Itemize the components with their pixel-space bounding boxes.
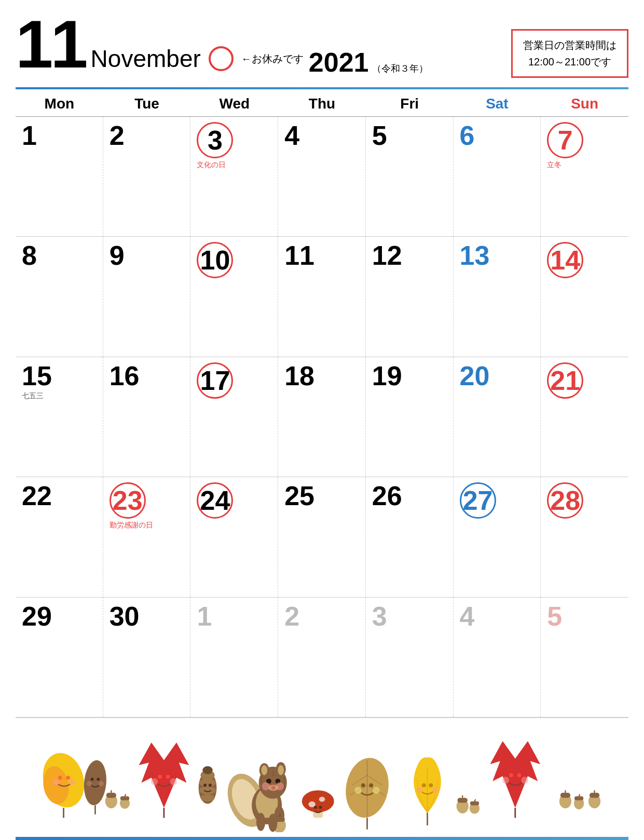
svg-point-88 bbox=[517, 773, 522, 777]
date-9: 9 bbox=[109, 242, 125, 269]
cell-dec-5: 5 bbox=[541, 598, 628, 717]
cell-11: 11 bbox=[278, 237, 366, 356]
cell-dec-1: 1 bbox=[190, 598, 278, 717]
info-line2: 12:00～21:00です bbox=[523, 53, 616, 70]
calendar-page: 11 November ←お休みです 2021 （令和３年） 営業日の営業時間は… bbox=[0, 0, 644, 840]
svg-point-72 bbox=[354, 787, 362, 794]
cell-28: 28 bbox=[541, 477, 628, 597]
cell-24: 24 bbox=[190, 477, 278, 597]
cell-21: 21 bbox=[541, 357, 628, 477]
svg-point-27 bbox=[199, 778, 216, 786]
svg-point-62 bbox=[319, 806, 322, 809]
date-15: 15 bbox=[22, 362, 52, 389]
date-8: 8 bbox=[22, 242, 37, 269]
svg-point-22 bbox=[166, 775, 170, 779]
svg-point-32 bbox=[209, 783, 212, 787]
svg-line-84 bbox=[474, 799, 475, 801]
svg-point-10 bbox=[97, 778, 100, 781]
cell-25: 25 bbox=[278, 477, 366, 597]
header-wed: Wed bbox=[190, 89, 278, 116]
month-name: November bbox=[91, 45, 201, 73]
svg-point-53 bbox=[256, 812, 265, 831]
cell-3: 3 文化の日 bbox=[190, 117, 278, 236]
svg-point-31 bbox=[203, 783, 207, 787]
date-22: 22 bbox=[22, 482, 52, 509]
cell-10: 10 bbox=[190, 237, 278, 356]
cell-15: 15 七五三 bbox=[16, 357, 103, 477]
info-line1: 営業日の営業時間は bbox=[523, 37, 616, 53]
bottom-separator bbox=[16, 837, 628, 840]
svg-rect-95 bbox=[574, 796, 583, 800]
calendar-body: 1 2 3 文化の日 4 5 6 7 bbox=[16, 117, 628, 717]
date-24: 24 bbox=[197, 482, 233, 519]
date-30: 30 bbox=[109, 603, 140, 630]
svg-point-23 bbox=[151, 778, 158, 785]
cell-4: 4 bbox=[278, 117, 366, 236]
cell-19: 19 bbox=[366, 357, 454, 477]
header-sun: Sun bbox=[541, 89, 628, 116]
svg-point-89 bbox=[502, 777, 510, 784]
svg-rect-83 bbox=[470, 801, 479, 805]
holiday-ritto: 立冬 bbox=[547, 160, 622, 170]
svg-point-70 bbox=[361, 783, 365, 787]
cell-13: 13 bbox=[454, 237, 541, 356]
svg-rect-14 bbox=[106, 793, 116, 798]
svg-rect-98 bbox=[590, 793, 599, 798]
svg-point-3 bbox=[58, 776, 62, 780]
svg-marker-85 bbox=[490, 741, 540, 808]
date-6: 6 bbox=[460, 122, 475, 149]
svg-point-87 bbox=[509, 773, 513, 777]
cell-18: 18 bbox=[278, 357, 366, 477]
date-dec-1: 1 bbox=[197, 603, 212, 630]
header-right: 営業日の営業時間は 12:00～21:00です bbox=[511, 24, 628, 78]
svg-point-5 bbox=[53, 779, 59, 785]
svg-point-56 bbox=[276, 782, 284, 790]
decoration-row bbox=[16, 717, 628, 837]
date-14: 14 bbox=[547, 242, 583, 278]
cell-29: 29 bbox=[16, 598, 103, 717]
shichigosan-label: 七五三 bbox=[22, 391, 97, 401]
header-tue: Tue bbox=[103, 89, 191, 116]
date-dec-5: 5 bbox=[547, 603, 562, 630]
week-1: 1 2 3 文化の日 4 5 6 7 bbox=[16, 117, 628, 237]
year-row: 2021 （令和３年） bbox=[309, 47, 428, 78]
header-sat: Sat bbox=[454, 89, 541, 116]
cell-dec-3: 3 bbox=[366, 598, 454, 717]
svg-point-55 bbox=[262, 782, 269, 790]
date-10: 10 bbox=[197, 242, 233, 278]
svg-point-30 bbox=[202, 766, 212, 774]
svg-point-58 bbox=[302, 790, 334, 812]
cell-17: 17 bbox=[190, 357, 278, 477]
cell-1: 1 bbox=[16, 117, 103, 236]
date-19: 19 bbox=[372, 362, 402, 389]
date-1: 1 bbox=[22, 122, 37, 149]
svg-point-12 bbox=[99, 781, 104, 786]
date-11: 11 bbox=[284, 242, 314, 269]
date-20: 20 bbox=[460, 362, 490, 389]
header-thu: Thu bbox=[278, 89, 366, 116]
info-box: 営業日の営業時間は 12:00～21:00です bbox=[511, 29, 628, 78]
date-dec-4: 4 bbox=[460, 603, 475, 630]
svg-rect-80 bbox=[458, 797, 468, 803]
week-4: 22 23 勤労感謝の日 24 25 26 27 bbox=[16, 477, 628, 597]
cell-20: 20 bbox=[454, 357, 541, 477]
svg-point-77 bbox=[416, 787, 422, 793]
svg-point-60 bbox=[319, 796, 325, 802]
cell-8: 8 bbox=[16, 237, 103, 356]
svg-point-41 bbox=[278, 765, 284, 775]
date-25: 25 bbox=[284, 482, 314, 509]
svg-line-18 bbox=[125, 794, 126, 796]
svg-point-29 bbox=[200, 794, 214, 801]
svg-point-90 bbox=[521, 777, 528, 784]
svg-marker-19 bbox=[139, 742, 189, 808]
week-2: 8 9 10 11 12 13 14 bbox=[16, 237, 628, 357]
date-21: 21 bbox=[547, 362, 583, 399]
calendar-header: Mon Tue Wed Thu Fri Sat Sun bbox=[16, 89, 628, 117]
month-number: 11 bbox=[16, 10, 86, 78]
date-4: 4 bbox=[284, 122, 299, 149]
cell-2: 2 bbox=[103, 117, 191, 236]
svg-point-7 bbox=[82, 759, 108, 806]
date-17: 17 bbox=[197, 362, 233, 399]
svg-rect-17 bbox=[120, 796, 129, 800]
date-26: 26 bbox=[372, 482, 402, 509]
